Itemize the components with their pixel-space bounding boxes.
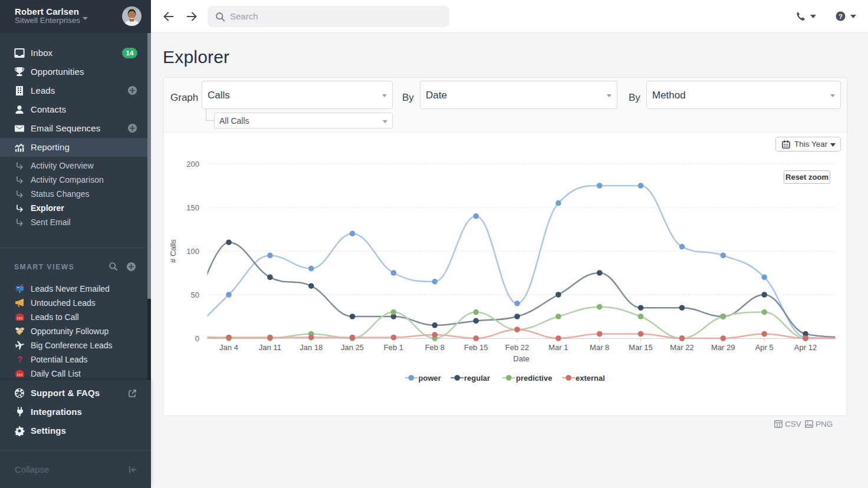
svg-text:external: external — [576, 374, 605, 383]
svg-text:Jan 25: Jan 25 — [341, 343, 364, 352]
svg-text:Jan 11: Jan 11 — [259, 343, 281, 352]
svg-text:50: 50 — [191, 291, 199, 299]
svg-text:# Calls: # Calls — [169, 239, 177, 263]
svg-text:Mar 15: Mar 15 — [629, 343, 652, 352]
svg-text:power: power — [419, 374, 441, 383]
svg-text:Mar 22: Mar 22 — [670, 343, 693, 352]
svg-text:100: 100 — [186, 247, 199, 256]
svg-text:Feb 15: Feb 15 — [464, 343, 488, 352]
svg-text:200: 200 — [186, 160, 199, 169]
svg-text:regular: regular — [464, 374, 490, 383]
svg-text:Apr 5: Apr 5 — [755, 343, 774, 352]
svg-text:predictive: predictive — [516, 374, 552, 383]
svg-text:Jan 4: Jan 4 — [219, 343, 238, 352]
svg-text:Apr 12: Apr 12 — [794, 343, 817, 352]
svg-text:Feb 1: Feb 1 — [384, 343, 403, 352]
svg-text:?: ? — [17, 354, 22, 364]
svg-text:Mar 29: Mar 29 — [711, 343, 735, 352]
svg-text:0: 0 — [195, 334, 199, 343]
svg-text:Mar 1: Mar 1 — [548, 343, 568, 352]
svg-text:Feb 8: Feb 8 — [425, 343, 445, 352]
svg-text:150: 150 — [186, 203, 199, 212]
svg-text:Feb 22: Feb 22 — [505, 343, 529, 352]
svg-text:Date: Date — [513, 354, 529, 363]
svg-text:Jan 18: Jan 18 — [300, 343, 323, 352]
svg-text:?: ? — [839, 13, 843, 20]
svg-text:Mar 8: Mar 8 — [590, 343, 609, 352]
